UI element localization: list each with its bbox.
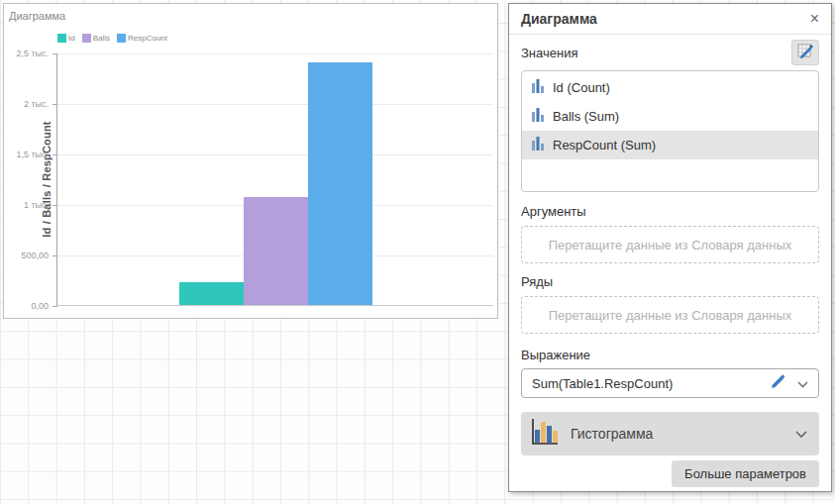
pencil-icon[interactable] [771,374,785,393]
y-axis-tick [52,205,57,206]
legend-label: Id [68,34,75,43]
chart-widget-title: Диаграмма [9,10,65,22]
y-axis-tick [52,255,57,256]
values-list-item-label: Id (Count) [553,80,610,95]
values-list-item[interactable]: Balls (Sum) [522,102,818,131]
gridline [57,104,493,105]
values-list-item-label: RespCount (Sum) [553,138,656,152]
panel-header: Диаграмма × [509,4,831,35]
y-axis-tick-label: 2,5 тыс. [16,49,49,58]
y-axis-tick [52,53,57,54]
chart-type-label: Гистограмма [571,426,795,442]
y-axis-tick-label: 2 тыс. [24,99,49,109]
more-parameters-button[interactable]: Больше параметров [672,460,819,487]
legend-swatch [82,34,91,43]
series-dropzone[interactable]: Перетащите данные из Словаря данных [521,296,819,334]
values-section-label: Значения [521,46,577,60]
measure-bar-chart-icon [532,137,545,153]
y-axis-tick-label: 500,00 [21,251,49,260]
legend-item: RespCount [117,34,167,43]
arguments-dropzone[interactable]: Перетащите данные из Словаря данных [521,226,819,263]
series-section-label: Ряды [521,274,819,289]
close-icon[interactable]: × [810,11,819,27]
chart-legend: IdBallsRespCount [57,34,167,43]
bar-balls[interactable] [244,197,308,305]
y-axis-tick-label: 1,5 тыс. [16,150,49,159]
bar-respcount[interactable] [308,62,372,305]
histogram-icon [529,417,559,451]
expression-value: Sum(Table1.RespCount) [532,376,771,391]
measure-bar-chart-icon [532,108,545,125]
gridline [57,154,493,155]
chevron-down-icon [795,425,807,443]
gridline [57,53,493,54]
y-axis-tick [52,104,57,105]
y-axis-tick-label: 1 тыс. [24,200,49,210]
panel-title: Диаграмма [521,11,597,27]
y-axis-tick [52,306,57,307]
legend-label: Balls [93,34,110,43]
expression-select[interactable]: Sum(Table1.RespCount) [521,368,819,398]
legend-swatch [117,34,126,43]
legend-label: RespCount [128,34,167,43]
y-axis-tick [52,154,57,155]
legend-swatch [57,34,66,43]
edit-table-pencil-icon [797,43,814,62]
values-list-item[interactable]: RespCount (Sum) [522,131,818,159]
values-list-item[interactable]: Id (Count) [522,73,818,102]
values-list: Id (Count)Balls (Sum)RespCount (Sum) [521,70,819,192]
y-axis-tick-label: 0,00 [31,301,49,311]
chart-widget[interactable]: Диаграмма IdBallsRespCount Id / Balls / … [3,3,498,319]
bar-id[interactable] [179,282,244,305]
edit-values-button[interactable] [791,40,819,65]
legend-item: Id [57,34,75,43]
legend-item: Balls [82,34,110,43]
y-axis-title: Id / Balls / RespCount [41,121,52,237]
plot-area: 2,5 тыс.2 тыс.1,5 тыс.1 тыс.500,000,00 [56,53,493,306]
chart-properties-panel: Диаграмма × Значения Id (Count)Balls (Su… [508,3,832,492]
chart-type-select[interactable]: Гистограмма [521,412,819,455]
values-list-item-label: Balls (Sum) [553,109,619,124]
arguments-section-label: Аргументы [521,204,819,219]
measure-bar-chart-icon [532,79,545,96]
chevron-down-icon[interactable] [797,374,808,392]
expression-section-label: Выражение [521,348,819,362]
